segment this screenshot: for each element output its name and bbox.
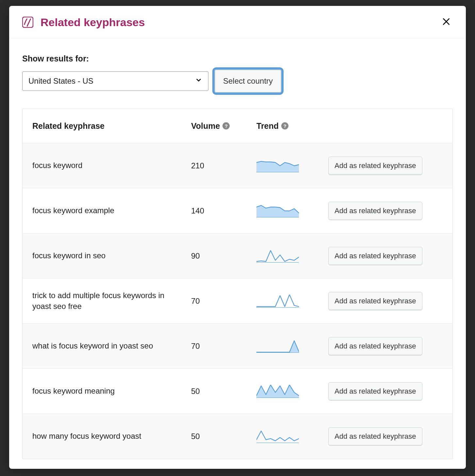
cell-trend-sparkline: [256, 430, 328, 443]
col-header-volume-label: Volume: [191, 121, 220, 131]
table-row: trick to add multiple focus keywords in …: [23, 278, 452, 323]
add-related-keyphrase-button[interactable]: Add as related keyphrase: [328, 247, 422, 265]
cell-keyphrase: focus keyword example: [32, 205, 191, 216]
modal-header: Related keyphrases: [9, 6, 466, 38]
yoast-logo-icon: [22, 17, 33, 28]
modal-body: Show results for: United States - US Sel…: [9, 38, 466, 459]
cell-volume: 90: [191, 251, 256, 261]
cell-keyphrase: how many focus keyword yoast: [32, 431, 191, 441]
chevron-down-icon: [195, 76, 202, 86]
cell-keyphrase: focus keyword: [32, 160, 191, 171]
add-related-keyphrase-button[interactable]: Add as related keyphrase: [328, 427, 422, 446]
filter-row: United States - US Select country: [22, 69, 453, 93]
cell-volume: 70: [191, 297, 256, 306]
col-header-keyphrase: Related keyphrase: [32, 121, 191, 131]
table-row: how many focus keyword yoast 50 Add as r…: [23, 414, 452, 459]
table-row: what is focus keyword in yoast seo 70 Ad…: [23, 323, 452, 368]
modal-title: Related keyphrases: [41, 16, 440, 29]
cell-trend-sparkline: [256, 159, 328, 172]
cell-keyphrase: what is focus keyword in yoast seo: [32, 341, 191, 351]
select-country-button[interactable]: Select country: [214, 69, 282, 93]
cell-trend-sparkline: [256, 249, 328, 263]
cell-volume: 50: [191, 432, 256, 441]
add-related-keyphrase-button[interactable]: Add as related keyphrase: [328, 337, 422, 355]
help-icon[interactable]: ?: [281, 122, 288, 129]
related-keyphrases-modal: Related keyphrases Show results for: Uni…: [9, 6, 466, 469]
country-select[interactable]: United States - US: [22, 71, 208, 91]
cell-volume: 210: [191, 161, 256, 170]
country-select-value: United States - US: [28, 76, 93, 86]
table-row: focus keyword in seo 90 Add as related k…: [23, 233, 452, 278]
cell-trend-sparkline: [256, 340, 328, 353]
cell-volume: 140: [191, 206, 256, 215]
col-header-volume: Volume ?: [191, 121, 256, 131]
cell-keyphrase: trick to add multiple focus keywords in …: [32, 290, 191, 312]
help-icon[interactable]: ?: [222, 122, 230, 129]
cell-trend-sparkline: [256, 295, 328, 308]
close-icon: [442, 17, 450, 27]
filter-label: Show results for:: [22, 54, 453, 63]
cell-keyphrase: focus keyword in seo: [32, 250, 191, 261]
cell-trend-sparkline: [256, 385, 328, 398]
add-related-keyphrase-button[interactable]: Add as related keyphrase: [328, 157, 422, 175]
table-row: focus keyword example 140 Add as related…: [23, 188, 452, 233]
cell-volume: 70: [191, 342, 256, 351]
add-related-keyphrase-button[interactable]: Add as related keyphrase: [328, 202, 422, 220]
col-header-trend: Trend ?: [256, 121, 328, 131]
cell-volume: 50: [191, 387, 256, 396]
close-button[interactable]: [440, 16, 453, 29]
col-header-trend-label: Trend: [256, 121, 279, 131]
add-related-keyphrase-button[interactable]: Add as related keyphrase: [328, 382, 422, 400]
col-header-keyphrase-label: Related keyphrase: [32, 121, 105, 131]
table-row: focus keyword meaning 50 Add as related …: [23, 368, 452, 414]
add-related-keyphrase-button[interactable]: Add as related keyphrase: [328, 292, 422, 310]
keyphrase-table: Related keyphrase Volume ? Trend ? focus…: [22, 109, 453, 459]
table-header-row: Related keyphrase Volume ? Trend ?: [23, 109, 452, 143]
table-row: focus keyword 210 Add as related keyphra…: [23, 143, 452, 188]
cell-keyphrase: focus keyword meaning: [32, 386, 191, 396]
cell-trend-sparkline: [256, 204, 328, 217]
